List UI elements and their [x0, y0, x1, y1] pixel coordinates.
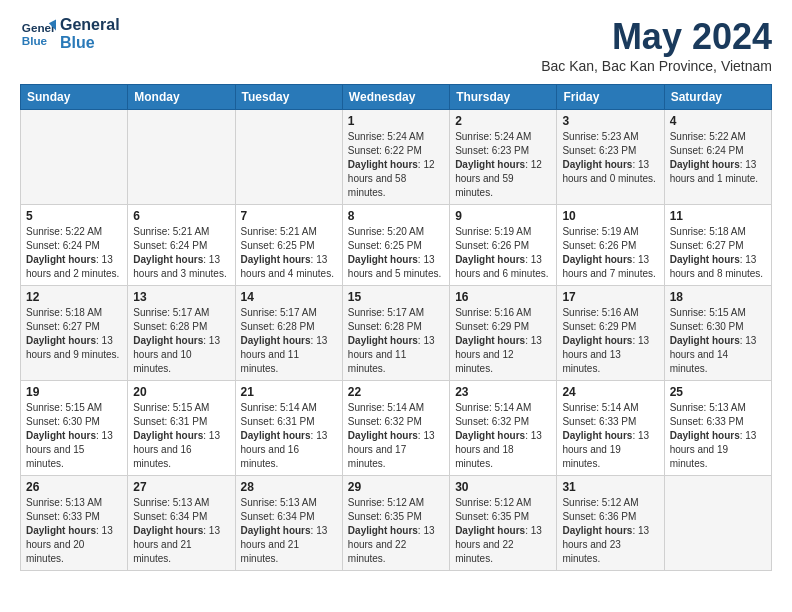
calendar-cell: 16Sunrise: 5:16 AMSunset: 6:29 PMDayligh… [450, 286, 557, 381]
calendar-cell: 31Sunrise: 5:12 AMSunset: 6:36 PMDayligh… [557, 476, 664, 571]
day-number: 6 [133, 209, 229, 223]
calendar-cell: 7Sunrise: 5:21 AMSunset: 6:25 PMDaylight… [235, 205, 342, 286]
header-day-thursday: Thursday [450, 85, 557, 110]
calendar-cell [235, 110, 342, 205]
day-number: 30 [455, 480, 551, 494]
calendar-cell: 28Sunrise: 5:13 AMSunset: 6:34 PMDayligh… [235, 476, 342, 571]
day-info: Sunrise: 5:14 AMSunset: 6:32 PMDaylight … [455, 401, 551, 471]
day-number: 20 [133, 385, 229, 399]
header-day-friday: Friday [557, 85, 664, 110]
day-info: Sunrise: 5:19 AMSunset: 6:26 PMDaylight … [455, 225, 551, 281]
day-number: 9 [455, 209, 551, 223]
day-info: Sunrise: 5:13 AMSunset: 6:34 PMDaylight … [133, 496, 229, 566]
calendar-cell: 1Sunrise: 5:24 AMSunset: 6:22 PMDaylight… [342, 110, 449, 205]
calendar-week-3: 12Sunrise: 5:18 AMSunset: 6:27 PMDayligh… [21, 286, 772, 381]
day-number: 1 [348, 114, 444, 128]
calendar-cell: 20Sunrise: 5:15 AMSunset: 6:31 PMDayligh… [128, 381, 235, 476]
calendar-cell: 24Sunrise: 5:14 AMSunset: 6:33 PMDayligh… [557, 381, 664, 476]
day-number: 22 [348, 385, 444, 399]
day-info: Sunrise: 5:15 AMSunset: 6:30 PMDaylight … [670, 306, 766, 376]
day-info: Sunrise: 5:21 AMSunset: 6:24 PMDaylight … [133, 225, 229, 281]
calendar-cell: 2Sunrise: 5:24 AMSunset: 6:23 PMDaylight… [450, 110, 557, 205]
day-info: Sunrise: 5:13 AMSunset: 6:33 PMDaylight … [670, 401, 766, 471]
calendar-cell: 23Sunrise: 5:14 AMSunset: 6:32 PMDayligh… [450, 381, 557, 476]
day-number: 23 [455, 385, 551, 399]
day-number: 28 [241, 480, 337, 494]
calendar-cell: 6Sunrise: 5:21 AMSunset: 6:24 PMDaylight… [128, 205, 235, 286]
day-number: 29 [348, 480, 444, 494]
title-block: May 2024 Bac Kan, Bac Kan Province, Viet… [541, 16, 772, 74]
day-number: 14 [241, 290, 337, 304]
calendar-table: SundayMondayTuesdayWednesdayThursdayFrid… [20, 84, 772, 571]
calendar-cell: 18Sunrise: 5:15 AMSunset: 6:30 PMDayligh… [664, 286, 771, 381]
day-info: Sunrise: 5:24 AMSunset: 6:23 PMDaylight … [455, 130, 551, 200]
calendar-week-5: 26Sunrise: 5:13 AMSunset: 6:33 PMDayligh… [21, 476, 772, 571]
day-number: 27 [133, 480, 229, 494]
calendar-header-row: SundayMondayTuesdayWednesdayThursdayFrid… [21, 85, 772, 110]
day-info: Sunrise: 5:17 AMSunset: 6:28 PMDaylight … [241, 306, 337, 376]
calendar-cell: 5Sunrise: 5:22 AMSunset: 6:24 PMDaylight… [21, 205, 128, 286]
header-day-monday: Monday [128, 85, 235, 110]
calendar-cell: 25Sunrise: 5:13 AMSunset: 6:33 PMDayligh… [664, 381, 771, 476]
day-number: 11 [670, 209, 766, 223]
day-info: Sunrise: 5:21 AMSunset: 6:25 PMDaylight … [241, 225, 337, 281]
day-info: Sunrise: 5:18 AMSunset: 6:27 PMDaylight … [26, 306, 122, 362]
day-info: Sunrise: 5:24 AMSunset: 6:22 PMDaylight … [348, 130, 444, 200]
calendar-cell: 4Sunrise: 5:22 AMSunset: 6:24 PMDaylight… [664, 110, 771, 205]
calendar-cell: 3Sunrise: 5:23 AMSunset: 6:23 PMDaylight… [557, 110, 664, 205]
day-info: Sunrise: 5:12 AMSunset: 6:35 PMDaylight … [455, 496, 551, 566]
day-info: Sunrise: 5:14 AMSunset: 6:33 PMDaylight … [562, 401, 658, 471]
day-info: Sunrise: 5:22 AMSunset: 6:24 PMDaylight … [26, 225, 122, 281]
calendar-cell [128, 110, 235, 205]
calendar-cell: 14Sunrise: 5:17 AMSunset: 6:28 PMDayligh… [235, 286, 342, 381]
day-number: 12 [26, 290, 122, 304]
calendar-cell: 9Sunrise: 5:19 AMSunset: 6:26 PMDaylight… [450, 205, 557, 286]
calendar-cell: 29Sunrise: 5:12 AMSunset: 6:35 PMDayligh… [342, 476, 449, 571]
month-title: May 2024 [541, 16, 772, 58]
header-day-wednesday: Wednesday [342, 85, 449, 110]
day-info: Sunrise: 5:15 AMSunset: 6:31 PMDaylight … [133, 401, 229, 471]
calendar-cell: 13Sunrise: 5:17 AMSunset: 6:28 PMDayligh… [128, 286, 235, 381]
day-info: Sunrise: 5:23 AMSunset: 6:23 PMDaylight … [562, 130, 658, 186]
day-number: 2 [455, 114, 551, 128]
day-number: 8 [348, 209, 444, 223]
day-number: 13 [133, 290, 229, 304]
day-info: Sunrise: 5:12 AMSunset: 6:35 PMDaylight … [348, 496, 444, 566]
calendar-cell: 30Sunrise: 5:12 AMSunset: 6:35 PMDayligh… [450, 476, 557, 571]
calendar-cell: 19Sunrise: 5:15 AMSunset: 6:30 PMDayligh… [21, 381, 128, 476]
day-info: Sunrise: 5:16 AMSunset: 6:29 PMDaylight … [455, 306, 551, 376]
calendar-cell: 26Sunrise: 5:13 AMSunset: 6:33 PMDayligh… [21, 476, 128, 571]
day-number: 16 [455, 290, 551, 304]
logo-icon: General Blue [20, 16, 56, 52]
calendar-cell: 11Sunrise: 5:18 AMSunset: 6:27 PMDayligh… [664, 205, 771, 286]
day-number: 25 [670, 385, 766, 399]
day-info: Sunrise: 5:15 AMSunset: 6:30 PMDaylight … [26, 401, 122, 471]
calendar-week-2: 5Sunrise: 5:22 AMSunset: 6:24 PMDaylight… [21, 205, 772, 286]
header-day-sunday: Sunday [21, 85, 128, 110]
day-info: Sunrise: 5:22 AMSunset: 6:24 PMDaylight … [670, 130, 766, 186]
day-number: 21 [241, 385, 337, 399]
day-info: Sunrise: 5:14 AMSunset: 6:31 PMDaylight … [241, 401, 337, 471]
day-info: Sunrise: 5:18 AMSunset: 6:27 PMDaylight … [670, 225, 766, 281]
day-info: Sunrise: 5:16 AMSunset: 6:29 PMDaylight … [562, 306, 658, 376]
svg-text:Blue: Blue [22, 34, 48, 47]
day-info: Sunrise: 5:12 AMSunset: 6:36 PMDaylight … [562, 496, 658, 566]
day-number: 19 [26, 385, 122, 399]
day-info: Sunrise: 5:13 AMSunset: 6:33 PMDaylight … [26, 496, 122, 566]
day-info: Sunrise: 5:17 AMSunset: 6:28 PMDaylight … [133, 306, 229, 376]
day-number: 7 [241, 209, 337, 223]
day-info: Sunrise: 5:13 AMSunset: 6:34 PMDaylight … [241, 496, 337, 566]
header-day-saturday: Saturday [664, 85, 771, 110]
calendar-cell: 12Sunrise: 5:18 AMSunset: 6:27 PMDayligh… [21, 286, 128, 381]
day-number: 17 [562, 290, 658, 304]
day-info: Sunrise: 5:14 AMSunset: 6:32 PMDaylight … [348, 401, 444, 471]
day-number: 24 [562, 385, 658, 399]
calendar-cell: 10Sunrise: 5:19 AMSunset: 6:26 PMDayligh… [557, 205, 664, 286]
calendar-cell: 27Sunrise: 5:13 AMSunset: 6:34 PMDayligh… [128, 476, 235, 571]
calendar-cell [664, 476, 771, 571]
calendar-cell: 21Sunrise: 5:14 AMSunset: 6:31 PMDayligh… [235, 381, 342, 476]
calendar-cell: 15Sunrise: 5:17 AMSunset: 6:28 PMDayligh… [342, 286, 449, 381]
day-number: 10 [562, 209, 658, 223]
day-info: Sunrise: 5:19 AMSunset: 6:26 PMDaylight … [562, 225, 658, 281]
calendar-week-4: 19Sunrise: 5:15 AMSunset: 6:30 PMDayligh… [21, 381, 772, 476]
